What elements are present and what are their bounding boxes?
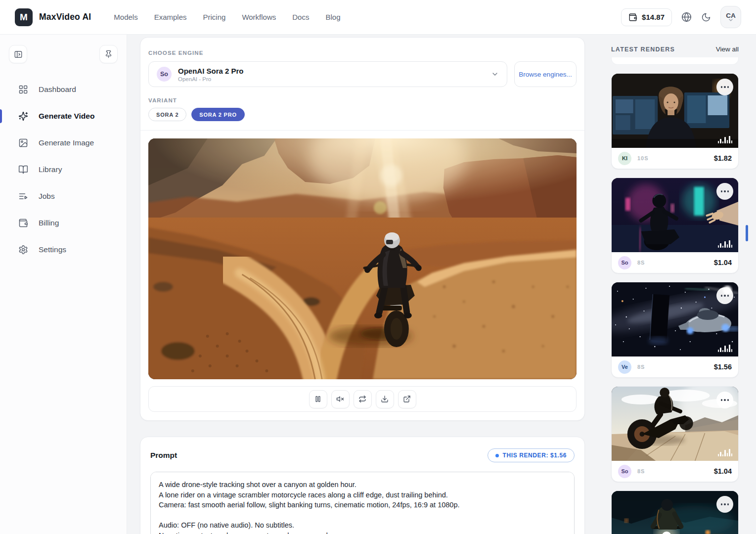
engine-badge-ve: Ve: [618, 360, 631, 374]
engine-select[interactable]: So OpenAI Sora 2 Pro OpenAI - Pro: [148, 61, 507, 87]
sidebar-item-library[interactable]: Library: [0, 156, 127, 183]
nav-blog[interactable]: Blog: [325, 13, 340, 21]
card-menu-button[interactable]: [716, 79, 733, 95]
render-card: [611, 490, 739, 534]
sidebar-item-generate-video[interactable]: Generate Video: [0, 103, 127, 130]
sidebar-item-generate-image[interactable]: Generate Image: [0, 130, 127, 156]
price-label: $1.04: [714, 259, 732, 267]
price-label: $1.56: [714, 363, 732, 371]
download-button[interactable]: [376, 390, 394, 408]
sidebar-nav: Dashboard Generate Video Generate Image …: [0, 76, 127, 263]
left-sidebar: Dashboard Generate Video Generate Image …: [0, 35, 127, 534]
sidebar-item-dashboard[interactable]: Dashboard: [0, 76, 127, 103]
render-thumbnail-neon-street[interactable]: [612, 178, 738, 252]
sparkles-icon: [18, 111, 28, 121]
audio-waveform-icon: [718, 345, 733, 352]
mute-button[interactable]: [331, 390, 350, 408]
engine-panel: CHOOSE ENGINE So OpenAI Sora 2 Pro OpenA…: [140, 37, 585, 421]
pin-sidebar-button[interactable]: [99, 45, 118, 63]
nav-pricing[interactable]: Pricing: [203, 13, 226, 21]
user-avatar[interactable]: CA: [720, 6, 741, 28]
player-controls: [148, 386, 577, 412]
duration-label: 8S: [637, 468, 645, 474]
browse-engines-button[interactable]: Browse engines...: [514, 61, 577, 87]
variant-chip-sora-2-pro[interactable]: SORA 2 PRO: [191, 108, 244, 121]
video-preview[interactable]: [148, 138, 577, 379]
canyon-rider-video-frame: [148, 138, 577, 379]
duration-label: 8S: [637, 364, 645, 370]
render-card: So 8S $1.04: [611, 178, 739, 273]
dark-mode-moon-icon[interactable]: [701, 12, 711, 22]
card-menu-button[interactable]: [716, 496, 733, 513]
cost-dot-icon: [495, 454, 499, 457]
open-external-button[interactable]: [398, 390, 416, 408]
render-card: So 8S $1.04: [611, 386, 739, 482]
audio-waveform-icon: [718, 449, 733, 456]
sidebar-label: Settings: [39, 245, 66, 254]
sidebar-label: Jobs: [39, 192, 55, 201]
card-menu-button[interactable]: [716, 392, 733, 408]
pause-button[interactable]: [309, 390, 327, 408]
sidebar-label: Dashboard: [39, 85, 76, 94]
loop-button[interactable]: [354, 390, 372, 408]
prompt-input[interactable]: A wide drone-style tracking shot over a …: [150, 472, 575, 534]
sidebar-item-settings[interactable]: Settings: [0, 236, 127, 263]
brand-logo-icon: M: [15, 8, 33, 26]
balance-button[interactable]: $14.87: [621, 8, 672, 26]
topbar: M MaxVideo AI Models Examples Pricing Wo…: [0, 0, 756, 35]
collapse-sidebar-button[interactable]: [9, 45, 27, 63]
download-icon: [381, 395, 389, 403]
audio-waveform-icon: [718, 136, 733, 143]
sidebar-label: Generate Video: [39, 112, 94, 121]
nav-examples[interactable]: Examples: [154, 13, 187, 21]
pin-icon: [104, 50, 113, 58]
brand[interactable]: M MaxVideo AI: [15, 8, 91, 26]
engine-name: OpenAI Sora 2 Pro: [178, 67, 244, 75]
sidebar-label: Billing: [39, 219, 59, 227]
language-globe-icon[interactable]: [681, 12, 692, 22]
repeat-icon: [358, 395, 366, 403]
pause-icon: [314, 395, 322, 403]
duration-label: 8S: [637, 260, 645, 266]
external-link-icon: [403, 395, 411, 403]
price-label: $1.04: [714, 467, 732, 475]
wallet-icon: [628, 13, 637, 22]
view-all-link[interactable]: View all: [716, 45, 739, 53]
render-thumbnail-newsroom[interactable]: [612, 74, 738, 148]
jobs-list-icon: [18, 191, 28, 201]
duration-label: 10S: [637, 155, 649, 161]
book-open-icon: [18, 165, 28, 175]
page-scrollbar-thumb[interactable]: [746, 225, 748, 241]
engine-badge-so: So: [618, 256, 631, 269]
nav-docs[interactable]: Docs: [292, 13, 309, 21]
latest-renders-rail: LATEST RENDERS View all: [600, 35, 756, 534]
main-content: CHOOSE ENGINE So OpenAI Sora 2 Pro OpenA…: [127, 35, 600, 534]
render-card: Ve 8S $1.56: [611, 282, 739, 378]
main-nav: Models Examples Pricing Workflows Docs B…: [114, 13, 340, 21]
sidebar-item-billing[interactable]: Billing: [0, 210, 127, 236]
dashboard-grid-icon: [18, 85, 28, 94]
divider: [140, 130, 584, 131]
nav-models[interactable]: Models: [114, 13, 137, 21]
image-icon: [18, 138, 28, 148]
render-thumbnail-space[interactable]: [612, 282, 738, 356]
variant-chip-sora-2[interactable]: SORA 2: [148, 108, 186, 121]
billing-wallet-icon: [18, 218, 28, 228]
card-menu-button[interactable]: [716, 183, 733, 200]
prompt-panel: Prompt THIS RENDER: $1.56 A wide drone-s…: [140, 437, 585, 534]
variant-label: VARIANT: [148, 97, 577, 103]
prompt-title: Prompt: [150, 451, 177, 460]
choose-engine-label: CHOOSE ENGINE: [148, 50, 203, 56]
volume-x-icon: [336, 395, 344, 403]
render-thumbnail-night[interactable]: [612, 491, 738, 534]
chevron-down-icon: [491, 70, 499, 78]
scrolled-card-stub: [611, 57, 739, 65]
sidebar-item-jobs[interactable]: Jobs: [0, 183, 127, 210]
engine-badge: So: [157, 67, 172, 82]
settings-gear-icon: [18, 245, 28, 255]
price-label: $1.82: [714, 154, 732, 162]
render-thumbnail-desert[interactable]: [612, 387, 738, 461]
nav-workflows[interactable]: Workflows: [242, 13, 276, 21]
card-menu-button[interactable]: [716, 287, 733, 304]
render-cost-badge: THIS RENDER: $1.56: [488, 448, 575, 462]
